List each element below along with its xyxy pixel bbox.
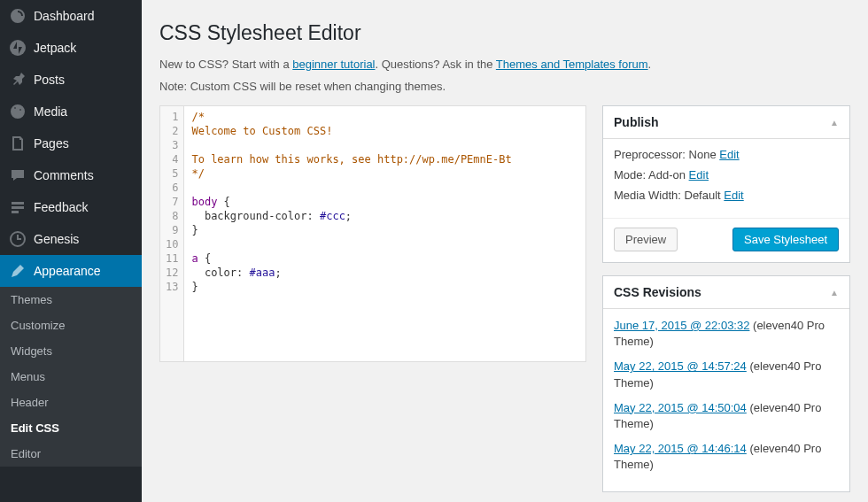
sidebar-item-dashboard[interactable]: Dashboard	[0, 0, 142, 32]
sidebar-item-genesis[interactable]: Genesis	[0, 223, 142, 255]
submenu-item-header[interactable]: Header	[0, 390, 142, 415]
revision-link[interactable]: May 22, 2015 @ 14:46:14	[614, 442, 747, 455]
sidebar-item-label: Jetpack	[34, 41, 76, 55]
sidebar-item-feedback[interactable]: Feedback	[0, 191, 142, 223]
dashboard-icon	[9, 7, 27, 25]
pages-icon	[9, 135, 27, 152]
feedback-icon	[9, 198, 27, 216]
revision-item: June 17, 2015 @ 22:03:32 (eleven40 Pro T…	[614, 318, 839, 350]
sidebar-item-label: Media	[34, 104, 67, 119]
note-text: Note: Custom CSS will be reset when chan…	[159, 80, 850, 93]
submenu-item-themes[interactable]: Themes	[0, 287, 142, 313]
svg-point-0	[10, 40, 26, 56]
sidebar-item-label: Dashboard	[34, 9, 95, 23]
svg-rect-4	[12, 211, 19, 213]
css-editor[interactable]: 12345678910111213 /*Welcome to Custom CS…	[159, 105, 586, 362]
edit-mode-link[interactable]: Edit	[689, 168, 709, 181]
css-revisions-box: CSS Revisions ▲ June 17, 2015 @ 22:03:32…	[602, 275, 850, 492]
revision-link[interactable]: May 22, 2015 @ 14:50:04	[614, 401, 747, 414]
submenu-item-editor[interactable]: Editor	[0, 441, 142, 467]
svg-rect-3	[12, 206, 24, 209]
sidebar-item-posts[interactable]: Posts	[0, 64, 142, 96]
publish-header[interactable]: Publish ▲	[603, 106, 849, 139]
publish-box: Publish ▲ Preprocessor: None Edit Mode: …	[602, 105, 850, 263]
edit-media-width-link[interactable]: Edit	[724, 189, 743, 202]
submenu-item-customize[interactable]: Customize	[0, 313, 142, 338]
revision-link[interactable]: May 22, 2015 @ 14:57:24	[614, 359, 747, 373]
revision-item: May 22, 2015 @ 14:50:04 (eleven40 Pro Th…	[614, 400, 839, 432]
preprocessor-row: Preprocessor: None Edit	[614, 148, 839, 161]
beginner-tutorial-link[interactable]: beginner tutorial	[292, 58, 375, 71]
sidebar-item-jetpack[interactable]: Jetpack	[0, 32, 142, 64]
themes-forum-link[interactable]: Themes and Templates forum	[496, 58, 648, 71]
jetpack-icon	[9, 39, 27, 57]
sidebar-item-label: Appearance	[34, 264, 101, 278]
mode-row: Mode: Add-on Edit	[614, 168, 839, 181]
line-gutter: 12345678910111213	[160, 106, 184, 361]
preview-button[interactable]: Preview	[614, 228, 678, 251]
sidebar-item-media[interactable]: Media	[0, 96, 142, 127]
sidebar-item-label: Posts	[34, 73, 65, 87]
admin-sidebar: DashboardJetpackPostsMediaPagesCommentsF…	[0, 0, 142, 502]
submenu-item-edit-css[interactable]: Edit CSS	[0, 415, 142, 441]
edit-preprocessor-link[interactable]: Edit	[719, 148, 739, 161]
svg-point-1	[16, 110, 19, 113]
revisions-header[interactable]: CSS Revisions ▲	[603, 276, 849, 309]
sidebar-item-pages[interactable]: Pages	[0, 127, 142, 159]
sidebar-item-appearance[interactable]: Appearance	[0, 255, 142, 287]
page-title: CSS Stylesheet Editor	[159, 21, 850, 45]
submenu-item-widgets[interactable]: Widgets	[0, 338, 142, 364]
main-content: CSS Stylesheet Editor New to CSS? Start …	[142, 0, 868, 502]
pin-icon	[9, 71, 27, 89]
save-stylesheet-button[interactable]: Save Stylesheet	[732, 228, 839, 251]
code-area[interactable]: /*Welcome to Custom CSS! To learn how th…	[184, 106, 518, 361]
collapse-icon: ▲	[830, 288, 839, 297]
genesis-icon	[9, 230, 27, 248]
intro-text: New to CSS? Start with a beginner tutori…	[159, 58, 850, 71]
comments-icon	[9, 166, 27, 184]
appearance-icon	[9, 262, 27, 280]
media-width-row: Media Width: Default Edit	[614, 189, 839, 202]
svg-rect-2	[12, 202, 24, 205]
sidebar-item-label: Feedback	[34, 200, 88, 214]
sidebar-item-comments[interactable]: Comments	[0, 159, 142, 191]
submenu-item-menus[interactable]: Menus	[0, 364, 142, 390]
sidebar-item-label: Genesis	[34, 232, 79, 246]
revision-link[interactable]: June 17, 2015 @ 22:03:32	[614, 319, 749, 332]
collapse-icon: ▲	[830, 118, 839, 127]
revision-item: May 22, 2015 @ 14:57:24 (eleven40 Pro Th…	[614, 359, 839, 390]
revision-item: May 22, 2015 @ 14:46:14 (eleven40 Pro Th…	[614, 441, 839, 473]
sidebar-item-label: Pages	[34, 136, 69, 151]
sidebar-item-label: Comments	[34, 168, 94, 182]
media-icon	[9, 103, 27, 120]
